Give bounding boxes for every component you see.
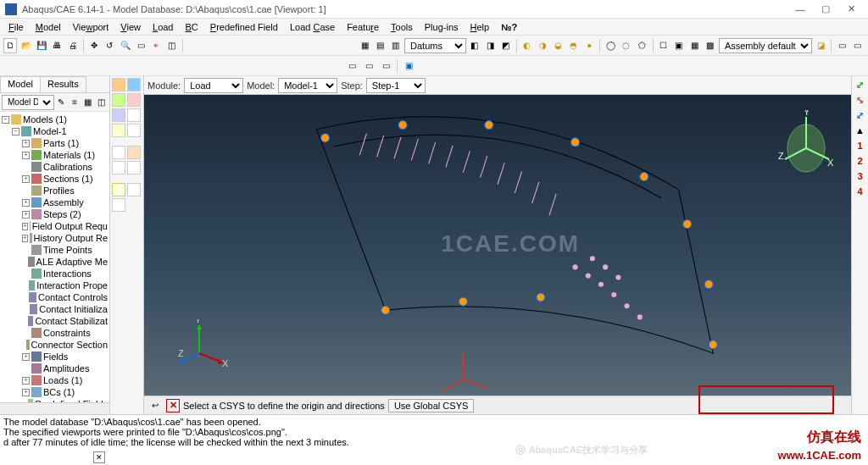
use-global-csys-button[interactable]: Use Global CSYS <box>388 399 474 412</box>
tool-csys[interactable] <box>112 183 125 197</box>
shade2-icon[interactable]: ◑ <box>536 38 549 53</box>
menu-predefined-field[interactable]: Predefined Field <box>205 20 283 34</box>
e2-icon[interactable]: ▭ <box>835 38 849 53</box>
tool-j[interactable] <box>112 198 125 212</box>
tree-constraints[interactable]: Constraints <box>43 328 91 338</box>
e1-icon[interactable]: ◪ <box>814 38 827 53</box>
tree-ale[interactable]: ALE Adaptive Me <box>36 257 108 267</box>
tf3-icon[interactable]: ▦ <box>82 95 95 110</box>
menu-load[interactable]: Load <box>147 20 178 34</box>
m4-icon[interactable]: ▩ <box>704 38 717 53</box>
c1-icon[interactable]: ◯ <box>604 38 617 53</box>
menu-load-case[interactable]: Load Case <box>285 20 340 34</box>
msg-close-icon[interactable]: ✕ <box>93 451 105 463</box>
zoom-box-icon[interactable]: ▭ <box>134 38 147 53</box>
e3-icon[interactable]: ▭ <box>851 38 865 53</box>
tool-a[interactable] <box>112 108 125 122</box>
rlabel-2[interactable]: 2 <box>854 156 866 168</box>
rotate-icon[interactable]: ↺ <box>103 38 116 53</box>
tree-contact-stab[interactable]: Contact Stabilizat <box>35 316 108 326</box>
m3-icon[interactable]: ▦ <box>687 38 701 53</box>
rlabel-4[interactable]: 4 <box>854 186 866 198</box>
viewport[interactable]: 1CAE.COM Y X Z Y X Z <box>144 95 851 396</box>
tree-fields[interactable]: Fields <box>43 352 68 362</box>
tree-calibrations[interactable]: Calibrations <box>43 162 92 172</box>
grid1-icon[interactable]: ▦ <box>358 38 371 53</box>
model-select[interactable]: Model-1 <box>278 78 337 93</box>
menu-model[interactable]: Model <box>31 20 66 34</box>
l2-icon[interactable]: ▭ <box>361 58 376 74</box>
shade3-icon[interactable]: ◒ <box>551 38 565 53</box>
print-icon[interactable]: 🖶 <box>50 38 64 53</box>
view-xy-icon[interactable]: ⤢ <box>854 80 866 91</box>
shade5-icon[interactable]: ● <box>582 38 596 53</box>
tree-filter-select[interactable]: Model Dat <box>2 95 54 110</box>
tool-pf[interactable] <box>112 93 125 107</box>
tree-bcs[interactable]: BCs (1) <box>43 387 75 397</box>
tree-model-1[interactable]: Model-1 <box>33 126 67 136</box>
menu-plugins[interactable]: Plug-ins <box>420 20 464 34</box>
m1-icon[interactable]: ☐ <box>656 38 670 53</box>
rlabel-1[interactable]: 1 <box>854 141 866 152</box>
t1-icon[interactable]: ◧ <box>468 38 481 53</box>
tf1-icon[interactable]: ✎ <box>55 95 68 110</box>
tf2-icon[interactable]: ≡ <box>69 95 81 110</box>
menu-bc[interactable]: BC <box>180 20 203 34</box>
tree-parts[interactable]: Parts (1) <box>43 138 79 148</box>
zoom-icon[interactable]: 🔍 <box>119 38 132 53</box>
pan-icon[interactable]: ✥ <box>87 38 101 53</box>
tree-contact-controls[interactable]: Contact Controls <box>38 292 108 302</box>
tree-connector[interactable]: Connector Section <box>31 340 108 350</box>
menu-file[interactable]: File <box>3 20 29 34</box>
tree-scroll[interactable] <box>0 402 109 414</box>
tree-root[interactable]: Models (1) <box>23 114 67 125</box>
shade1-icon[interactable]: ◐ <box>520 38 534 53</box>
l3-icon[interactable]: ▭ <box>378 58 393 74</box>
tool-i[interactable] <box>127 183 141 197</box>
c3-icon[interactable]: ⬠ <box>635 38 648 53</box>
m2-icon[interactable]: ▣ <box>672 38 686 53</box>
t3-icon[interactable]: ◩ <box>498 38 512 53</box>
menu-viewport[interactable]: Viewport <box>68 20 114 34</box>
tree-materials[interactable]: Materials (1) <box>43 150 95 160</box>
tree-amplitudes[interactable]: Amplitudes <box>43 363 89 374</box>
menu-hint[interactable]: №? <box>496 20 522 34</box>
tool-h[interactable] <box>127 161 141 174</box>
close-button[interactable]: ✕ <box>839 2 863 17</box>
tree-sections[interactable]: Sections (1) <box>43 174 93 184</box>
maximize-button[interactable]: ▢ <box>814 2 837 17</box>
tree-time-points[interactable]: Time Points <box>43 245 92 255</box>
grid2-icon[interactable]: ▤ <box>373 38 387 53</box>
tool-c[interactable] <box>112 124 125 137</box>
tool-f[interactable] <box>127 146 141 159</box>
shade4-icon[interactable]: ◓ <box>567 38 581 53</box>
minimize-button[interactable]: — <box>788 2 812 17</box>
new-icon[interactable]: 🗋 <box>3 38 17 53</box>
tab-results[interactable]: Results <box>40 76 86 92</box>
print2-icon[interactable]: 🖨 <box>66 38 80 53</box>
tool-e[interactable] <box>112 146 125 159</box>
menu-help[interactable]: Help <box>465 20 495 34</box>
tree-interactions[interactable]: Interactions <box>43 268 92 279</box>
prompt-back-icon[interactable]: ↩ <box>147 398 163 413</box>
open-icon[interactable]: 📂 <box>19 38 32 53</box>
step-select[interactable]: Step-1 <box>366 78 426 93</box>
tree-history-output[interactable]: History Output Re <box>34 233 108 243</box>
datums-select[interactable]: Datums <box>404 38 466 53</box>
menu-feature[interactable]: Feature <box>342 20 384 34</box>
tf4-icon[interactable]: ◫ <box>95 95 108 110</box>
tree-profiles[interactable]: Profiles <box>43 185 75 196</box>
tool-load[interactable] <box>112 78 125 91</box>
tool-b[interactable] <box>127 108 141 122</box>
tree-assembly[interactable]: Assembly <box>43 197 84 208</box>
view-icon[interactable]: ◫ <box>165 38 179 53</box>
menu-view[interactable]: View <box>115 20 146 34</box>
tool-lc[interactable] <box>127 93 141 107</box>
tool-d[interactable] <box>127 124 141 137</box>
l4-icon[interactable]: ▣ <box>401 58 416 74</box>
tab-model[interactable]: Model <box>0 76 41 92</box>
tool-g[interactable] <box>112 161 125 174</box>
save-icon[interactable]: 💾 <box>35 38 48 53</box>
module-select[interactable]: Load <box>184 78 243 93</box>
tree-field-output[interactable]: Field Output Requ <box>32 221 108 231</box>
